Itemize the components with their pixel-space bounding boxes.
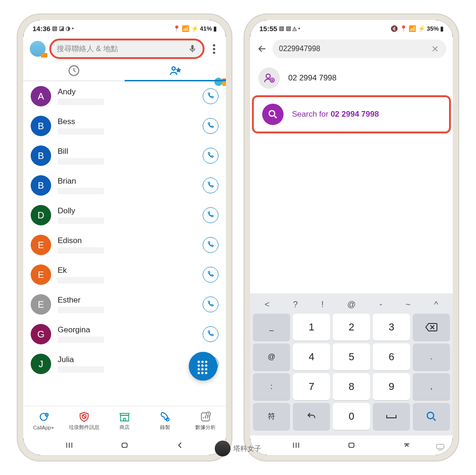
contact-avatar: J bbox=[31, 354, 51, 374]
status-battery: 41% bbox=[200, 25, 212, 32]
contact-name: Brian bbox=[58, 177, 196, 186]
sysnav-back[interactable] bbox=[175, 440, 185, 450]
kbd-key-backspace[interactable] bbox=[413, 314, 450, 341]
kbd-suggest[interactable]: - bbox=[379, 300, 382, 310]
keyboard-suggest-row: < ? ! @ - ~ ^ bbox=[253, 295, 450, 314]
nav-spam[interactable]: 垃圾郵件訊息 bbox=[64, 406, 104, 435]
contact-row[interactable]: E Ek bbox=[23, 260, 226, 290]
kbd-suggest[interactable]: ! bbox=[321, 300, 324, 310]
kbd-suggest[interactable]: < bbox=[264, 300, 270, 310]
callapp-icon bbox=[38, 412, 50, 424]
call-button[interactable] bbox=[203, 237, 218, 253]
sysnav-recents[interactable] bbox=[291, 440, 301, 450]
back-arrow-icon[interactable] bbox=[257, 43, 268, 54]
kbd-key-comma[interactable]: , bbox=[413, 373, 450, 400]
contact-subtext bbox=[58, 99, 104, 105]
contact-avatar: E bbox=[31, 235, 51, 255]
contact-info: Brian bbox=[58, 177, 196, 194]
kbd-key-space[interactable] bbox=[373, 403, 410, 430]
call-button[interactable] bbox=[203, 267, 218, 283]
kbd-key-symbols[interactable]: 符 bbox=[253, 403, 290, 430]
contact-avatar: E bbox=[31, 264, 51, 285]
kbd-suggest[interactable]: @ bbox=[347, 300, 356, 310]
nav-callapp[interactable]: CallApp+ bbox=[23, 406, 64, 435]
status-time: 14:36 bbox=[33, 25, 50, 33]
contact-avatar: E bbox=[31, 294, 51, 315]
contact-info: Edison bbox=[58, 236, 196, 254]
call-button[interactable] bbox=[203, 178, 218, 193]
nav-analytics[interactable]: 數據分析 bbox=[185, 406, 226, 435]
kbd-key-9[interactable]: 9 bbox=[373, 373, 410, 400]
nav-label: 垃圾郵件訊息 bbox=[69, 424, 99, 431]
sysnav-home[interactable] bbox=[346, 440, 357, 450]
contact-row[interactable]: G Georgina bbox=[23, 319, 226, 349]
kbd-suggest[interactable]: ~ bbox=[406, 300, 411, 310]
contact-subtext bbox=[58, 336, 104, 343]
profile-icon[interactable] bbox=[30, 41, 46, 57]
kbd-key-search[interactable] bbox=[413, 403, 450, 430]
search-bar[interactable] bbox=[272, 40, 446, 58]
contact-row[interactable]: B Bill bbox=[23, 141, 226, 171]
call-button[interactable] bbox=[203, 326, 218, 342]
contact-row[interactable]: B Brian bbox=[23, 171, 226, 200]
contact-subtext bbox=[58, 247, 104, 254]
contact-name: Georgina bbox=[58, 325, 196, 335]
contact-info: Bill bbox=[58, 147, 196, 165]
contact-avatar: B bbox=[31, 116, 51, 136]
call-button[interactable] bbox=[203, 118, 218, 134]
status-bar: 14:36 ▧ ◪ ◑ • 📍 📶 ⚡ 41% ▮ bbox=[23, 20, 226, 37]
contact-name: Esther bbox=[58, 296, 196, 305]
nav-store[interactable]: 商店 bbox=[104, 406, 145, 435]
menu-button[interactable] bbox=[208, 44, 219, 54]
analytics-icon bbox=[199, 411, 212, 423]
contact-row[interactable]: D Dolly bbox=[23, 200, 226, 230]
mic-icon[interactable] bbox=[188, 44, 197, 53]
clear-icon[interactable] bbox=[430, 44, 440, 53]
kbd-key-undo[interactable] bbox=[293, 403, 330, 430]
kbd-key-at[interactable]: @ bbox=[253, 343, 290, 370]
call-button[interactable] bbox=[203, 207, 218, 223]
svg-rect-4 bbox=[222, 79, 226, 81]
sysnav-back[interactable] bbox=[402, 440, 412, 450]
kbd-key-2[interactable]: 2 bbox=[333, 314, 370, 341]
nav-record[interactable]: 錄製 bbox=[145, 406, 185, 435]
kbd-key-colon[interactable]: : bbox=[253, 373, 290, 400]
kbd-key-8[interactable]: 8 bbox=[333, 373, 370, 400]
contact-info: Julia bbox=[58, 355, 196, 373]
search-bar[interactable] bbox=[50, 40, 204, 58]
kbd-key-6[interactable]: 6 bbox=[373, 343, 410, 370]
call-button[interactable] bbox=[203, 297, 218, 312]
tab-recents[interactable] bbox=[23, 61, 125, 80]
kbd-suggest[interactable]: ? bbox=[293, 300, 298, 310]
kbd-suggest[interactable]: ^ bbox=[434, 300, 438, 310]
contact-row[interactable]: B Bess bbox=[23, 111, 226, 141]
kbd-key-underscore[interactable]: _ bbox=[253, 314, 290, 341]
kbd-key-3[interactable]: 3 bbox=[373, 314, 410, 341]
call-button[interactable] bbox=[203, 88, 218, 104]
kbd-key-5[interactable]: 5 bbox=[333, 343, 370, 370]
svg-point-12 bbox=[266, 74, 271, 78]
result-search-for[interactable]: Search for 02 2994 7998 bbox=[254, 97, 449, 132]
result-add-contact[interactable]: 02 2994 7998 bbox=[250, 61, 453, 95]
sysnav-recents[interactable] bbox=[64, 440, 74, 450]
contact-avatar: D bbox=[31, 205, 51, 225]
search-input[interactable] bbox=[279, 45, 430, 53]
kbd-key-1[interactable]: 1 bbox=[293, 314, 330, 341]
kbd-key-7[interactable]: 7 bbox=[293, 373, 330, 400]
sysnav-home[interactable] bbox=[119, 440, 130, 450]
dialpad-fab[interactable] bbox=[189, 352, 218, 381]
tab-contacts[interactable] bbox=[125, 61, 226, 80]
call-button[interactable] bbox=[203, 148, 218, 164]
kbd-key-0[interactable]: 0 bbox=[333, 403, 370, 430]
status-icons-right: 📍 📶 ⚡ bbox=[173, 25, 198, 32]
contact-row[interactable]: E Esther bbox=[23, 290, 226, 319]
kbd-key-4[interactable]: 4 bbox=[293, 343, 330, 370]
keyboard-hide-icon[interactable] bbox=[436, 444, 444, 450]
nav-label: 數據分析 bbox=[195, 424, 216, 431]
search-input[interactable] bbox=[57, 45, 188, 53]
kbd-key-period[interactable]: . bbox=[413, 343, 450, 370]
clock-icon bbox=[67, 64, 80, 77]
contact-row[interactable]: E Edison bbox=[23, 230, 226, 260]
contact-row[interactable]: A Andy bbox=[23, 81, 226, 111]
contact-info: Georgina bbox=[58, 325, 196, 343]
